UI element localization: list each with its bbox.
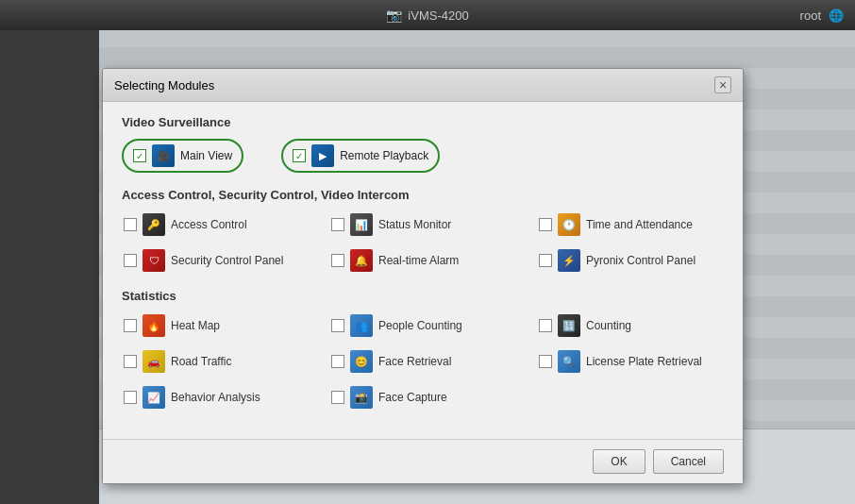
modal-title: Selecting Modules (114, 78, 214, 92)
heat-map-label: Heat Map (171, 319, 220, 332)
realtime-alarm-icon: 🔔 (350, 249, 373, 272)
status-monitor-icon: 📊 (350, 213, 373, 236)
video-surveillance-header: Video Surveillance (122, 115, 724, 129)
pyronix-label: Pyronix Control Panel (586, 254, 696, 267)
checkbox-security-panel[interactable] (124, 254, 137, 267)
title-bar: 📷 iVMS-4200 root 🌐 (0, 0, 855, 30)
checkbox-access-control[interactable] (124, 218, 137, 231)
module-item-access-control[interactable]: 🔑 Access Control (122, 211, 310, 238)
main-view-icon: 🎥 (152, 144, 175, 167)
security-panel-icon: 🛡 (142, 249, 165, 272)
module-item-time-attendance[interactable]: 🕐 Time and Attendance (537, 211, 726, 238)
selecting-modules-dialog: Selecting Modules × Video Surveillance 🎥… (102, 68, 744, 484)
remote-playback-label: Remote Playback (340, 149, 428, 162)
module-item-face-retrieval[interactable]: 😊 Face Retrieval (329, 348, 518, 375)
pyronix-icon: ⚡ (558, 249, 580, 272)
access-control-icon: 🔑 (142, 213, 165, 236)
modal-header: Selecting Modules × (103, 69, 743, 102)
module-item-behavior[interactable]: 📈 Behavior Analysis (122, 384, 310, 411)
module-item-people-counting[interactable]: 👥 People Counting (329, 312, 518, 339)
face-capture-icon: 📸 (350, 386, 373, 409)
module-item-counting[interactable]: 🔢 Counting (537, 312, 726, 339)
module-item-license-plate[interactable]: 🔍 License Plate Retrieval (537, 348, 726, 375)
checkbox-realtime-alarm[interactable] (331, 254, 344, 267)
time-attendance-label: Time and Attendance (586, 218, 693, 231)
checkbox-main-view[interactable] (133, 149, 146, 162)
heat-map-icon: 🔥 (142, 314, 165, 337)
face-capture-label: Face Capture (378, 391, 447, 404)
modal-body: Video Surveillance 🎥 Main View ▶ Remote … (103, 102, 743, 439)
face-retrieval-label: Face Retrieval (378, 355, 451, 368)
ok-button[interactable]: OK (593, 449, 645, 474)
main-view-label: Main View (180, 149, 232, 162)
realtime-alarm-label: Real-time Alarm (378, 254, 459, 267)
checkbox-road-traffic[interactable] (124, 355, 137, 368)
module-item-face-capture[interactable]: 📸 Face Capture (329, 384, 518, 411)
title-bar-right: root 🌐 (800, 8, 844, 23)
module-item-security-panel[interactable]: 🛡 Security Control Panel (122, 247, 310, 274)
road-traffic-icon: 🚗 (142, 350, 165, 373)
checkbox-status-monitor[interactable] (331, 218, 344, 231)
module-item-remote-playback[interactable]: ▶ Remote Playback (281, 139, 440, 173)
counting-icon: 🔢 (558, 314, 580, 337)
statistics-header: Statistics (122, 289, 724, 303)
user-label: root (800, 8, 821, 23)
checkbox-heat-map[interactable] (124, 319, 137, 332)
checkbox-time-attendance[interactable] (539, 218, 552, 231)
checkbox-behavior[interactable] (124, 391, 137, 404)
people-counting-icon: 👥 (350, 314, 373, 337)
time-attendance-icon: 🕐 (558, 213, 580, 236)
module-item-realtime-alarm[interactable]: 🔔 Real-time Alarm (329, 247, 518, 274)
video-surveillance-row: 🎥 Main View ▶ Remote Playback (122, 139, 724, 173)
status-monitor-label: Status Monitor (378, 218, 451, 231)
sidebar (0, 30, 99, 504)
module-item-main-view[interactable]: 🎥 Main View (122, 139, 243, 173)
checkbox-pyronix[interactable] (539, 254, 552, 267)
security-panel-label: Security Control Panel (171, 254, 283, 267)
checkbox-face-capture[interactable] (331, 391, 344, 404)
access-control-grid: 🔑 Access Control 📊 Status Monitor 🕐 Time… (122, 211, 724, 274)
title-bar-center: 📷 iVMS-4200 (386, 8, 468, 23)
license-plate-label: License Plate Retrieval (586, 355, 702, 368)
background-content: 📅 Log Search Searching, viewing and back… (0, 30, 855, 504)
module-item-road-traffic[interactable]: 🚗 Road Traffic (122, 348, 310, 375)
user-icon: 🌐 (829, 8, 844, 23)
checkbox-people-counting[interactable] (331, 319, 344, 332)
statistics-grid: 🔥 Heat Map 👥 People Counting 🔢 Counting … (122, 312, 724, 411)
behavior-icon: 📈 (142, 386, 165, 409)
face-retrieval-icon: 😊 (350, 350, 373, 373)
app-icon: 📷 (386, 8, 402, 23)
module-item-status-monitor[interactable]: 📊 Status Monitor (329, 211, 518, 238)
module-item-pyronix[interactable]: ⚡ Pyronix Control Panel (537, 247, 726, 274)
license-plate-icon: 🔍 (558, 350, 580, 373)
counting-label: Counting (586, 319, 631, 332)
checkbox-face-retrieval[interactable] (331, 355, 344, 368)
remote-playback-icon: ▶ (311, 144, 334, 167)
behavior-label: Behavior Analysis (171, 391, 260, 404)
checkbox-license-plate[interactable] (539, 355, 552, 368)
app-title: iVMS-4200 (408, 8, 468, 23)
road-traffic-label: Road Traffic (171, 355, 231, 368)
access-control-label: Access Control (171, 218, 247, 231)
checkbox-remote-playback[interactable] (293, 149, 306, 162)
checkbox-counting[interactable] (539, 319, 552, 332)
modal-close-button[interactable]: × (714, 76, 731, 93)
access-control-header: Access Control, Security Control, Video … (122, 188, 724, 202)
module-item-heat-map[interactable]: 🔥 Heat Map (122, 312, 310, 339)
people-counting-label: People Counting (378, 319, 462, 332)
cancel-button[interactable]: Cancel (653, 449, 724, 474)
modal-footer: OK Cancel (103, 439, 743, 483)
